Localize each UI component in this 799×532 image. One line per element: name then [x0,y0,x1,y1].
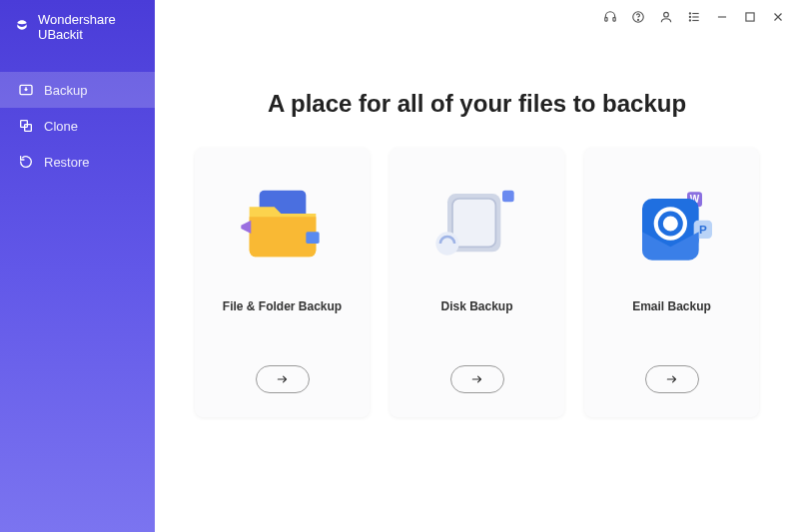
sidebar-nav: Backup Clone Restore [0,72,155,180]
restore-icon [18,154,34,170]
svg-rect-19 [306,232,319,244]
svg-point-10 [689,16,690,17]
svg-text:P: P [698,223,706,236]
svg-point-8 [689,13,690,14]
close-icon[interactable] [771,10,785,24]
svg-point-6 [638,19,639,20]
sidebar-item-clone[interactable]: Clone [0,108,155,144]
main-area: A place for all of your files to backup … [155,0,799,532]
page-title: A place for all of your files to backup [268,90,686,118]
titlebar [603,0,799,28]
svg-point-7 [664,12,669,17]
minimize-icon[interactable] [715,10,729,24]
arrow-right-icon [468,372,486,386]
svg-rect-3 [605,18,607,21]
arrow-right-icon [274,372,292,386]
svg-rect-4 [613,18,615,21]
arrow-right-icon [663,372,681,386]
card-title: Email Backup [632,299,711,313]
svg-marker-20 [241,221,251,234]
sidebar: Wondershare UBackit Backup Clone Restore [0,0,155,532]
headset-icon[interactable] [603,10,617,24]
svg-rect-22 [452,199,495,247]
app-window: Wondershare UBackit Backup Clone Restore [0,0,799,532]
brand: Wondershare UBackit [0,0,155,54]
menu-icon[interactable] [687,10,701,24]
sidebar-item-label: Backup [44,83,87,98]
disk-illustration [427,174,527,273]
sidebar-item-label: Restore [44,155,90,170]
brand-logo-icon [14,19,30,35]
maximize-icon[interactable] [743,10,757,24]
sidebar-item-backup[interactable]: Backup [0,72,155,108]
card-disk-backup[interactable]: Disk Backup [390,148,564,417]
svg-rect-15 [746,13,754,21]
sidebar-item-label: Clone [44,119,78,134]
sidebar-item-restore[interactable]: Restore [0,144,155,180]
go-button[interactable] [256,365,310,393]
folder-illustration [233,174,333,273]
svg-rect-24 [502,191,514,203]
go-button[interactable] [450,365,504,393]
svg-point-12 [689,20,690,21]
email-illustration: W P [622,174,722,273]
go-button[interactable] [645,365,699,393]
clone-icon [18,118,34,134]
card-email-backup[interactable]: W P Email Backup [584,148,759,417]
help-icon[interactable] [631,10,645,24]
brand-name: Wondershare UBackit [38,12,141,42]
backup-cards: File & Folder Backup Di [195,148,759,417]
card-title: Disk Backup [440,299,512,313]
backup-icon [18,82,34,98]
user-icon[interactable] [659,10,673,24]
card-file-folder-backup[interactable]: File & Folder Backup [195,148,370,417]
card-title: File & Folder Backup [223,299,342,313]
